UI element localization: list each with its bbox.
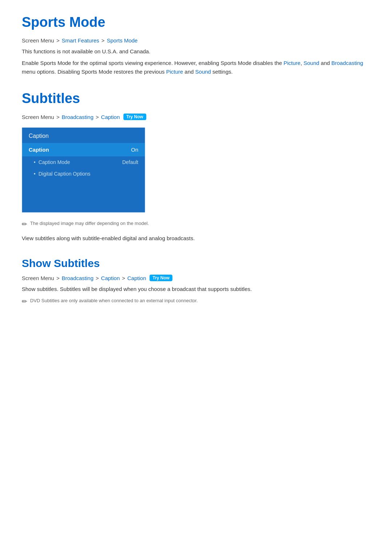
- caption-menu-empty-space: [22, 180, 145, 212]
- sports-mode-sound-link[interactable]: Sound: [303, 60, 319, 66]
- breadcrumb-sep1: >: [56, 37, 60, 44]
- show-subtitles-breadcrumb: Screen Menu > Broadcasting > Caption > C…: [22, 275, 370, 281]
- subtitles-try-now-badge[interactable]: Try Now: [123, 114, 146, 120]
- subtitles-note-icon: ✏: [22, 220, 27, 228]
- subtitles-sep1: >: [56, 114, 60, 120]
- breadcrumb-smart-features[interactable]: Smart Features: [62, 37, 99, 44]
- sports-mode-desc-text: Enable Sports Mode for the optimal sport…: [22, 60, 283, 66]
- sports-mode-title: Sports Mode: [22, 15, 370, 30]
- show-subtitles-dvd-note-row: ✏ DVD Subtitles are only available when …: [22, 297, 370, 305]
- subtitles-breadcrumb-broadcasting[interactable]: Broadcasting: [62, 114, 94, 120]
- subtitles-breadcrumb: Screen Menu > Broadcasting > Caption Try…: [22, 114, 370, 120]
- breadcrumb-sports-mode[interactable]: Sports Mode: [107, 37, 138, 44]
- subtitles-breadcrumb-caption[interactable]: Caption: [101, 114, 120, 120]
- subtitles-image-note-row: ✏ The displayed image may differ dependi…: [22, 220, 370, 228]
- show-subtitles-sep1: >: [56, 275, 60, 281]
- sports-mode-description: Enable Sports Mode for the optimal sport…: [22, 59, 370, 76]
- show-subtitles-caption2[interactable]: Caption: [127, 275, 146, 281]
- breadcrumb-screen-menu: Screen Menu: [22, 37, 54, 44]
- breadcrumb-sep2: >: [101, 37, 105, 44]
- show-subtitles-note-icon: ✏: [22, 297, 27, 305]
- caption-mode-bullet: •: [34, 159, 36, 165]
- show-subtitles-dvd-note: DVD Subtitles are only available when co…: [30, 297, 198, 304]
- subtitles-image-note: The displayed image may differ depending…: [30, 220, 149, 227]
- caption-menu-row1-label: Caption: [29, 147, 49, 153]
- show-subtitles-try-now-badge[interactable]: Try Now: [150, 275, 172, 281]
- subtitles-sep2: >: [96, 114, 99, 120]
- caption-menu-row2-label: Caption Mode: [38, 159, 70, 165]
- caption-menu-row3[interactable]: • Digital Caption Options: [22, 168, 145, 180]
- caption-menu-row3-label: Digital Caption Options: [38, 171, 90, 177]
- show-subtitles-sep3: >: [122, 275, 125, 281]
- sports-mode-sound2-link[interactable]: Sound: [195, 69, 211, 75]
- subtitles-body-text: View subtitles along with subtitle-enabl…: [22, 234, 370, 243]
- subtitles-section: Subtitles Screen Menu > Broadcasting > C…: [22, 91, 370, 243]
- sports-mode-broadcasting-link[interactable]: Broadcasting: [331, 60, 363, 66]
- sports-mode-picture-link[interactable]: Picture: [283, 60, 301, 66]
- digital-caption-bullet: •: [34, 171, 36, 177]
- show-subtitles-sep2: >: [96, 275, 99, 281]
- subtitles-breadcrumb-screen-menu: Screen Menu: [22, 114, 54, 120]
- caption-menu-box: Caption Caption On • Caption Mode Defaul…: [22, 127, 145, 213]
- show-subtitles-body-text: Show subtitles. Subtitles will be displa…: [22, 285, 370, 294]
- caption-menu-row2[interactable]: • Caption Mode Default: [22, 156, 145, 168]
- sports-mode-picture2-link[interactable]: Picture: [166, 69, 183, 75]
- sports-mode-section: Sports Mode Screen Menu > Smart Features…: [22, 15, 370, 76]
- sports-mode-breadcrumb: Screen Menu > Smart Features > Sports Mo…: [22, 37, 370, 44]
- sports-mode-availability-note: This functions is not available on U.S.A…: [22, 47, 370, 56]
- show-subtitles-title: Show Subtitles: [22, 257, 370, 270]
- show-subtitles-caption[interactable]: Caption: [101, 275, 120, 281]
- show-subtitles-broadcasting[interactable]: Broadcasting: [62, 275, 94, 281]
- caption-menu-row1[interactable]: Caption On: [22, 143, 145, 156]
- subtitles-title: Subtitles: [22, 91, 370, 106]
- show-subtitles-section: Show Subtitles Screen Menu > Broadcastin…: [22, 257, 370, 305]
- caption-menu-row1-value: On: [131, 147, 138, 153]
- caption-menu-header: Caption: [22, 128, 145, 143]
- show-subtitles-screen-menu: Screen Menu: [22, 275, 54, 281]
- caption-menu-row2-value: Default: [122, 159, 138, 165]
